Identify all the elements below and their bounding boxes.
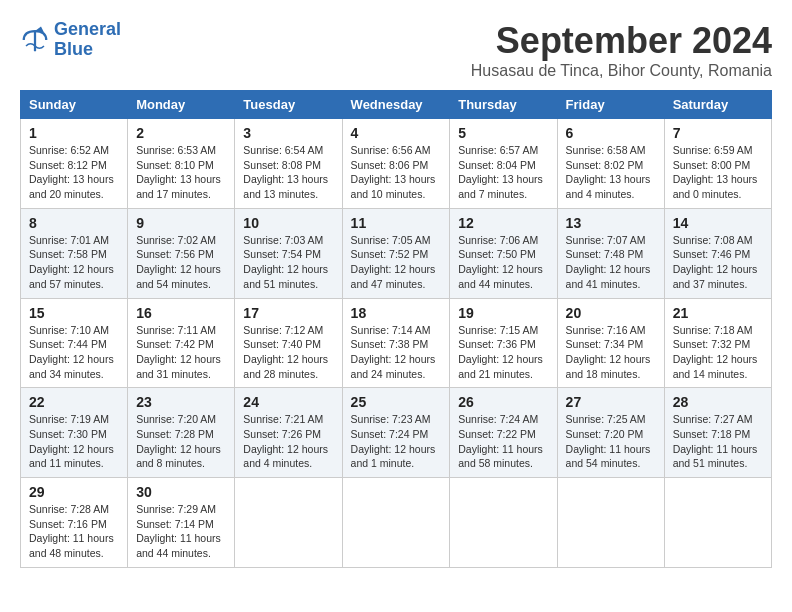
month-title: September 2024 [471, 20, 772, 62]
calendar-cell: 27Sunrise: 7:25 AMSunset: 7:20 PMDayligh… [557, 388, 664, 478]
day-number: 3 [243, 125, 333, 141]
day-info: Sunrise: 7:23 AMSunset: 7:24 PMDaylight:… [351, 412, 442, 471]
day-info: Sunrise: 7:19 AMSunset: 7:30 PMDaylight:… [29, 412, 119, 471]
day-info: Sunrise: 7:15 AMSunset: 7:36 PMDaylight:… [458, 323, 548, 382]
day-info: Sunrise: 7:27 AMSunset: 7:18 PMDaylight:… [673, 412, 763, 471]
calendar-cell: 16Sunrise: 7:11 AMSunset: 7:42 PMDayligh… [128, 298, 235, 388]
day-number: 9 [136, 215, 226, 231]
calendar-cell: 26Sunrise: 7:24 AMSunset: 7:22 PMDayligh… [450, 388, 557, 478]
day-number: 14 [673, 215, 763, 231]
calendar-cell: 2Sunrise: 6:53 AMSunset: 8:10 PMDaylight… [128, 119, 235, 209]
day-header-tuesday: Tuesday [235, 91, 342, 119]
day-info: Sunrise: 7:18 AMSunset: 7:32 PMDaylight:… [673, 323, 763, 382]
calendar-week-row: 22Sunrise: 7:19 AMSunset: 7:30 PMDayligh… [21, 388, 772, 478]
day-info: Sunrise: 7:06 AMSunset: 7:50 PMDaylight:… [458, 233, 548, 292]
calendar-table: SundayMondayTuesdayWednesdayThursdayFrid… [20, 90, 772, 568]
day-info: Sunrise: 7:21 AMSunset: 7:26 PMDaylight:… [243, 412, 333, 471]
day-number: 13 [566, 215, 656, 231]
logo-icon [20, 25, 50, 55]
day-info: Sunrise: 7:03 AMSunset: 7:54 PMDaylight:… [243, 233, 333, 292]
calendar-cell [450, 478, 557, 568]
calendar-cell: 20Sunrise: 7:16 AMSunset: 7:34 PMDayligh… [557, 298, 664, 388]
calendar-cell: 11Sunrise: 7:05 AMSunset: 7:52 PMDayligh… [342, 208, 450, 298]
calendar-cell: 30Sunrise: 7:29 AMSunset: 7:14 PMDayligh… [128, 478, 235, 568]
day-number: 30 [136, 484, 226, 500]
calendar-cell: 14Sunrise: 7:08 AMSunset: 7:46 PMDayligh… [664, 208, 771, 298]
day-number: 19 [458, 305, 548, 321]
day-number: 21 [673, 305, 763, 321]
day-info: Sunrise: 7:10 AMSunset: 7:44 PMDaylight:… [29, 323, 119, 382]
calendar-cell: 21Sunrise: 7:18 AMSunset: 7:32 PMDayligh… [664, 298, 771, 388]
day-info: Sunrise: 7:01 AMSunset: 7:58 PMDaylight:… [29, 233, 119, 292]
day-number: 12 [458, 215, 548, 231]
calendar-week-row: 15Sunrise: 7:10 AMSunset: 7:44 PMDayligh… [21, 298, 772, 388]
calendar-cell [342, 478, 450, 568]
calendar-cell: 29Sunrise: 7:28 AMSunset: 7:16 PMDayligh… [21, 478, 128, 568]
day-number: 28 [673, 394, 763, 410]
day-number: 25 [351, 394, 442, 410]
day-info: Sunrise: 7:11 AMSunset: 7:42 PMDaylight:… [136, 323, 226, 382]
calendar-cell: 28Sunrise: 7:27 AMSunset: 7:18 PMDayligh… [664, 388, 771, 478]
day-number: 2 [136, 125, 226, 141]
calendar-cell: 24Sunrise: 7:21 AMSunset: 7:26 PMDayligh… [235, 388, 342, 478]
day-number: 22 [29, 394, 119, 410]
day-info: Sunrise: 7:20 AMSunset: 7:28 PMDaylight:… [136, 412, 226, 471]
day-number: 24 [243, 394, 333, 410]
title-block: September 2024 Husasau de Tinca, Bihor C… [471, 20, 772, 80]
day-header-sunday: Sunday [21, 91, 128, 119]
day-info: Sunrise: 7:12 AMSunset: 7:40 PMDaylight:… [243, 323, 333, 382]
day-info: Sunrise: 6:57 AMSunset: 8:04 PMDaylight:… [458, 143, 548, 202]
day-header-friday: Friday [557, 91, 664, 119]
day-header-wednesday: Wednesday [342, 91, 450, 119]
calendar-cell: 8Sunrise: 7:01 AMSunset: 7:58 PMDaylight… [21, 208, 128, 298]
calendar-cell: 18Sunrise: 7:14 AMSunset: 7:38 PMDayligh… [342, 298, 450, 388]
calendar-cell: 10Sunrise: 7:03 AMSunset: 7:54 PMDayligh… [235, 208, 342, 298]
calendar-cell: 13Sunrise: 7:07 AMSunset: 7:48 PMDayligh… [557, 208, 664, 298]
day-number: 10 [243, 215, 333, 231]
page-header: General Blue September 2024 Husasau de T… [20, 20, 772, 80]
day-number: 17 [243, 305, 333, 321]
day-number: 18 [351, 305, 442, 321]
day-info: Sunrise: 7:28 AMSunset: 7:16 PMDaylight:… [29, 502, 119, 561]
day-number: 26 [458, 394, 548, 410]
day-info: Sunrise: 6:56 AMSunset: 8:06 PMDaylight:… [351, 143, 442, 202]
day-number: 1 [29, 125, 119, 141]
day-number: 23 [136, 394, 226, 410]
day-info: Sunrise: 7:07 AMSunset: 7:48 PMDaylight:… [566, 233, 656, 292]
day-number: 4 [351, 125, 442, 141]
day-info: Sunrise: 6:54 AMSunset: 8:08 PMDaylight:… [243, 143, 333, 202]
day-info: Sunrise: 7:05 AMSunset: 7:52 PMDaylight:… [351, 233, 442, 292]
calendar-cell: 1Sunrise: 6:52 AMSunset: 8:12 PMDaylight… [21, 119, 128, 209]
calendar-cell [664, 478, 771, 568]
day-info: Sunrise: 7:14 AMSunset: 7:38 PMDaylight:… [351, 323, 442, 382]
calendar-week-row: 8Sunrise: 7:01 AMSunset: 7:58 PMDaylight… [21, 208, 772, 298]
day-number: 8 [29, 215, 119, 231]
day-number: 15 [29, 305, 119, 321]
day-number: 11 [351, 215, 442, 231]
calendar-cell: 17Sunrise: 7:12 AMSunset: 7:40 PMDayligh… [235, 298, 342, 388]
day-number: 29 [29, 484, 119, 500]
logo: General Blue [20, 20, 121, 60]
calendar-cell [557, 478, 664, 568]
day-info: Sunrise: 7:25 AMSunset: 7:20 PMDaylight:… [566, 412, 656, 471]
calendar-cell: 4Sunrise: 6:56 AMSunset: 8:06 PMDaylight… [342, 119, 450, 209]
day-info: Sunrise: 6:52 AMSunset: 8:12 PMDaylight:… [29, 143, 119, 202]
calendar-cell: 5Sunrise: 6:57 AMSunset: 8:04 PMDaylight… [450, 119, 557, 209]
calendar-cell: 22Sunrise: 7:19 AMSunset: 7:30 PMDayligh… [21, 388, 128, 478]
day-info: Sunrise: 7:02 AMSunset: 7:56 PMDaylight:… [136, 233, 226, 292]
day-number: 7 [673, 125, 763, 141]
calendar-cell: 7Sunrise: 6:59 AMSunset: 8:00 PMDaylight… [664, 119, 771, 209]
calendar-cell: 23Sunrise: 7:20 AMSunset: 7:28 PMDayligh… [128, 388, 235, 478]
day-number: 6 [566, 125, 656, 141]
calendar-cell: 3Sunrise: 6:54 AMSunset: 8:08 PMDaylight… [235, 119, 342, 209]
day-info: Sunrise: 6:53 AMSunset: 8:10 PMDaylight:… [136, 143, 226, 202]
day-header-thursday: Thursday [450, 91, 557, 119]
day-info: Sunrise: 6:58 AMSunset: 8:02 PMDaylight:… [566, 143, 656, 202]
calendar-cell: 12Sunrise: 7:06 AMSunset: 7:50 PMDayligh… [450, 208, 557, 298]
calendar-week-row: 1Sunrise: 6:52 AMSunset: 8:12 PMDaylight… [21, 119, 772, 209]
day-info: Sunrise: 6:59 AMSunset: 8:00 PMDaylight:… [673, 143, 763, 202]
day-info: Sunrise: 7:24 AMSunset: 7:22 PMDaylight:… [458, 412, 548, 471]
calendar-cell: 6Sunrise: 6:58 AMSunset: 8:02 PMDaylight… [557, 119, 664, 209]
calendar-cell: 15Sunrise: 7:10 AMSunset: 7:44 PMDayligh… [21, 298, 128, 388]
day-info: Sunrise: 7:29 AMSunset: 7:14 PMDaylight:… [136, 502, 226, 561]
